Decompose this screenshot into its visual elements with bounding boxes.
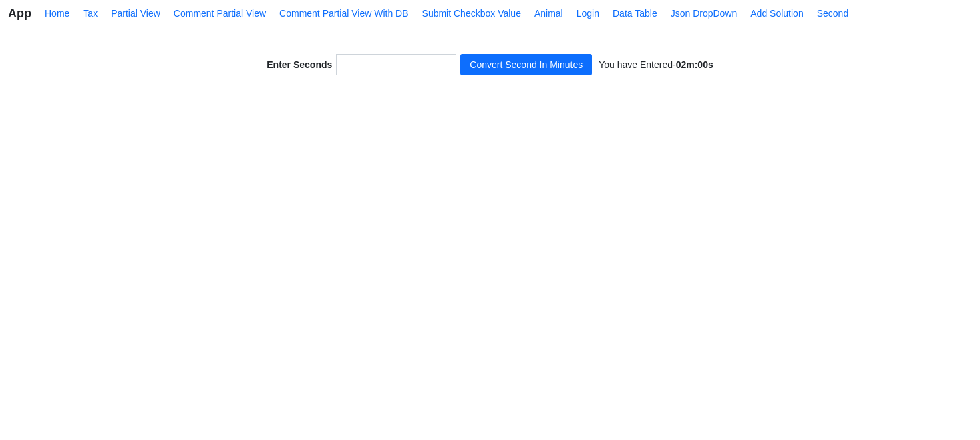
result-value: 02m:00s [676, 59, 713, 70]
main-content: Enter Seconds Convert Second In Minutes … [0, 27, 980, 102]
seconds-form: Enter Seconds Convert Second In Minutes … [267, 54, 713, 75]
nav-link-partial-view[interactable]: Partial View [106, 5, 166, 21]
nav-link-json-dropdown[interactable]: Json DropDown [665, 5, 743, 21]
seconds-label: Enter Seconds [267, 59, 332, 70]
result-text: You have Entered-02m:00s [599, 59, 713, 70]
seconds-input[interactable] [336, 54, 456, 75]
navbar: App Home Tax Partial View Comment Partia… [0, 0, 980, 27]
nav-link-add-solution[interactable]: Add Solution [745, 5, 808, 21]
nav-link-home[interactable]: Home [39, 5, 75, 21]
nav-link-data-table[interactable]: Data Table [607, 5, 663, 21]
nav-brand[interactable]: App [8, 7, 31, 21]
nav-link-second[interactable]: Second [812, 5, 854, 21]
nav-link-login[interactable]: Login [571, 5, 605, 21]
convert-button[interactable]: Convert Second In Minutes [460, 54, 592, 75]
nav-link-tax[interactable]: Tax [77, 5, 103, 21]
result-prefix: You have Entered- [599, 59, 675, 70]
nav-link-submit-checkbox[interactable]: Submit Checkbox Value [417, 5, 526, 21]
nav-link-animal[interactable]: Animal [529, 5, 568, 21]
nav-link-comment-partial-view[interactable]: Comment Partial View [168, 5, 271, 21]
nav-link-comment-partial-view-db[interactable]: Comment Partial View With DB [274, 5, 414, 21]
